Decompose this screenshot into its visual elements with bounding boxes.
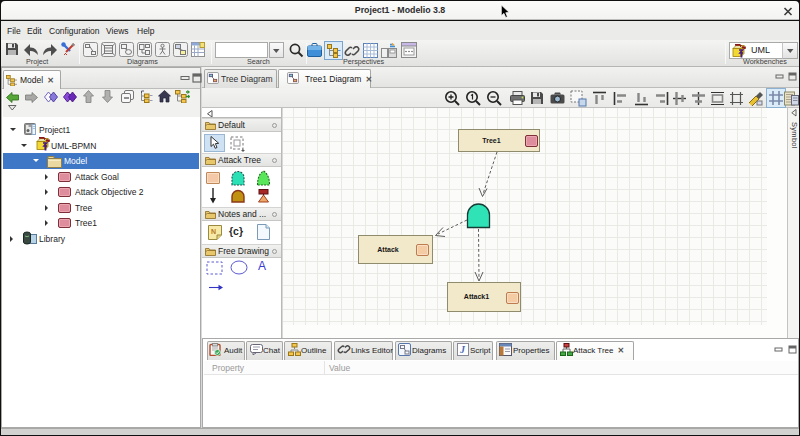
svg-text:N: N [211, 228, 216, 235]
svg-text:J: J [459, 344, 466, 355]
